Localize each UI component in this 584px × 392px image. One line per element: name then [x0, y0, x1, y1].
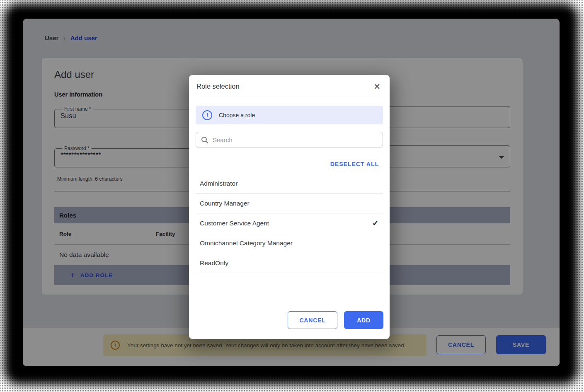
- role-name: Country Manager: [200, 200, 250, 207]
- role-name: Administrator: [200, 180, 237, 187]
- role-search-box: [196, 132, 383, 148]
- dialog-cancel-button[interactable]: CANCEL: [288, 311, 337, 329]
- dialog-header: Role selection ✕: [189, 75, 390, 98]
- dialog-title: Role selection: [196, 82, 240, 90]
- search-input[interactable]: [213, 136, 378, 143]
- dialog-add-button[interactable]: ADD: [344, 311, 383, 329]
- search-icon: [201, 136, 208, 144]
- role-list: AdministratorCountry ManagerCustomer Ser…: [196, 174, 383, 273]
- role-list-item[interactable]: Customer Service Agent✓: [196, 213, 383, 233]
- banner-text: Choose a role: [219, 112, 255, 119]
- deselect-all-button[interactable]: DESELECT ALL: [330, 161, 379, 167]
- screenshot-canvas: User › Add user Add user User informatio…: [0, 0, 584, 392]
- close-icon[interactable]: ✕: [373, 82, 381, 92]
- deselect-row: DESELECT ALL: [189, 160, 379, 168]
- role-name: ReadOnly: [200, 259, 228, 267]
- role-name: Customer Service Agent: [200, 220, 269, 227]
- app-window: User › Add user Add user User informatio…: [23, 19, 560, 366]
- choose-role-banner: ! Choose a role: [196, 106, 383, 124]
- role-selection-dialog: Role selection ✕ ! Choose a role DESELEC…: [189, 75, 390, 339]
- info-icon: !: [202, 110, 212, 120]
- role-list-item[interactable]: ReadOnly: [196, 253, 383, 273]
- role-name: Omnichannel Category Manager: [200, 240, 293, 247]
- role-list-item[interactable]: Country Manager: [196, 194, 383, 213]
- role-list-item[interactable]: Omnichannel Category Manager: [196, 233, 383, 253]
- role-list-item[interactable]: Administrator: [196, 174, 383, 194]
- check-icon: ✓: [372, 218, 379, 228]
